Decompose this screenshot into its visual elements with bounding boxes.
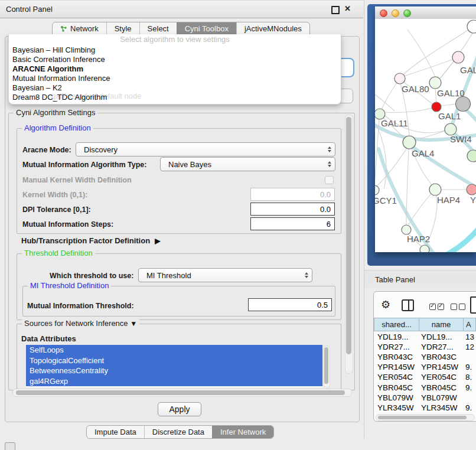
table-row[interactable]: YDR27...YDR27...12 [374,342,476,352]
select-all-checkbox-icon[interactable] [429,304,436,310]
algorithm-option-bayesian-hill-climbing[interactable]: Bayesian – Hill Climbing [9,45,341,55]
algorithm-option-bayesian-k2[interactable]: Bayesian – K2 [9,83,341,93]
node-label-gcy1: GCY1 [375,195,397,206]
table-row[interactable]: YBL079WYBL079W [374,393,476,403]
mini-panel-icon[interactable] [5,442,15,450]
table-body[interactable]: YDL19...YDL19...13YDR27...YDR27...12YBR0… [374,332,476,418]
apply-button[interactable]: Apply [158,402,201,416]
table-row[interactable]: YLR345WYLR345W9. [374,403,476,413]
which-threshold-select[interactable]: MI Threshold [138,268,312,282]
which-threshold-label: Which threshold to use: [50,272,133,280]
hub-definition-label: Hub/Transcription Factor Definition [21,236,150,245]
data-attributes-list[interactable]: SelfLoopsTopologicalCoefficientBetweenne… [26,345,322,387]
attribute-item-betweennesscentrality[interactable]: BetweennessCentrality [26,366,322,376]
tab-select[interactable]: Select [139,22,177,35]
table-cell: YLR345W [374,403,419,412]
aracne-mode-select[interactable]: Discovery [76,142,335,156]
node-hap2[interactable] [402,225,411,234]
attribute-item-selfloops[interactable]: SelfLoops [26,345,322,356]
node-gal10[interactable] [429,77,441,89]
column-header-shared-name[interactable]: shared... [374,318,419,331]
node-gal80[interactable] [395,73,405,84]
table-row[interactable]: YBR043CYBR043C [374,352,476,362]
hub-definition-expander[interactable]: Hub/Transcription Factor Definition ▶ [21,236,160,245]
table-cell: YBR043C [374,353,419,361]
tab-discretize-data[interactable]: Discretize Data [144,426,212,438]
deselect-all-checkbox-icon-2[interactable] [459,304,465,310]
table-row[interactable]: YPR145WYPR145W9. [374,362,476,372]
attribute-item-gal4rgexp[interactable]: gal4RGexp [26,376,322,387]
table-cell: 8. [464,373,476,381]
node-gcy1[interactable] [375,185,379,195]
tab-jactivemnodules[interactable]: jActiveMNodules [236,22,309,35]
node-unlabeled[interactable] [467,150,476,162]
gear-icon[interactable]: ⚙ [381,298,390,311]
tab-cyni-toolbox[interactable]: Cyni Toolbox [177,22,236,35]
tab-infer-network[interactable]: Infer Network [212,426,273,438]
mi-type-select[interactable]: Naive Bayes [160,157,335,171]
traffic-light-minimize-icon[interactable] [392,9,399,17]
attributes-scrollbar[interactable] [323,345,330,388]
traffic-light-zoom-icon[interactable] [403,9,411,17]
table-cell: YBL079W [419,393,464,402]
table-cell: YER054C [419,373,464,381]
settings-horizontal-scrollbar[interactable] [12,389,352,397]
deselect-all-checkbox-icon[interactable] [451,304,457,310]
settings-horizontal-scrollbar-thumb[interactable] [16,390,345,395]
mi-steps-input[interactable]: 6 [250,217,335,230]
algorithm-option-mutual-information-inference[interactable]: Mutual Information Inference [9,74,341,83]
dpi-tolerance-label: DPI Tolerance [0,1]: [22,206,91,214]
tab-network[interactable]: Network [53,22,106,35]
node-hap4[interactable] [429,184,441,195]
attribute-item-topologicalcoefficient[interactable]: TopologicalCoefficient [26,356,322,366]
mi-threshold-group-title: MI Threshold Definition [28,281,111,290]
network-titlebar[interactable] [375,6,476,19]
column-header-clipped[interactable]: A [464,318,476,331]
node-unlabeled[interactable] [467,20,476,33]
collapse-arrow-icon[interactable]: ▼ [130,319,137,328]
node-unlabeled[interactable] [420,245,429,252]
dpi-tolerance-input[interactable]: 0.0 [250,203,335,216]
data-attributes-label: Data Attributes [21,334,76,343]
node-swi4[interactable] [445,123,457,135]
node-y[interactable] [467,184,476,195]
tab-impute-data[interactable]: Impute Data [87,426,144,438]
spinner-arrows-icon [305,272,308,278]
node-gal1[interactable] [432,102,441,112]
tab-label: jActiveMNodules [244,22,302,35]
mi-type-label: Mutual Information Algorithm Type: [22,161,146,169]
expand-arrow-icon: ▶ [155,237,160,245]
close-icon[interactable]: ✕ [344,4,351,13]
table-horizontal-scrollbar[interactable] [376,414,475,421]
float-window-icon[interactable] [331,6,340,14]
node-gal[interactable] [452,51,464,63]
tab-label: Infer Network [220,426,266,438]
manual-kernel-checkbox[interactable] [325,176,334,184]
settings-scrollbar[interactable] [345,115,353,374]
algorithm-option-basic-correlation-inference[interactable]: Basic Correlation Inference [9,55,341,64]
mi-threshold-input[interactable]: 0.5 [248,298,332,311]
tab-style[interactable]: Style [106,22,139,35]
column-header-name[interactable]: name [419,318,464,331]
table-row[interactable]: YER054CYER054C8. [374,372,476,382]
node-unlabeled[interactable] [456,97,471,112]
node-gal4[interactable] [403,136,416,149]
table-cell: YPR145W [374,363,419,371]
settings-scrollbar-thumb[interactable] [346,117,351,354]
network-canvas[interactable]: GALGAL80GAL10GAL1GAL11SWI4GAL4GCY1HAP4YH… [375,19,476,252]
traffic-light-close-icon[interactable] [380,9,387,17]
table-row[interactable]: YBR045CYBR045C9. [374,382,476,392]
algorithm-option-dream8-dc-tdc-algorithm[interactable]: Dream8 DC_TDC Algorithm [9,93,341,102]
network-graph[interactable]: GALGAL80GAL10GAL1GAL11SWI4GAL4GCY1HAP4YH… [375,19,476,252]
node-label-hap4: HAP4 [437,195,460,205]
column-layout-icon[interactable] [402,299,414,311]
new-table-icon[interactable] [470,296,476,314]
algorithm-option-aracne-algorithm[interactable]: ARACNE Algorithm [9,64,341,74]
network-nodes: GALGAL80GAL10GAL1GAL11SWI4GAL4GCY1HAP4YH… [375,20,476,252]
table-cell: YDR27... [374,343,419,351]
sources-group-title: Sources for Network Inference ▼ [22,319,139,328]
table-row[interactable]: YDL19...YDL19...13 [374,332,476,342]
select-all-checkbox-icon-2[interactable] [438,304,444,310]
attributes-scrollbar-thumb[interactable] [324,347,328,384]
table-horizontal-scrollbar-thumb[interactable] [378,416,467,419]
